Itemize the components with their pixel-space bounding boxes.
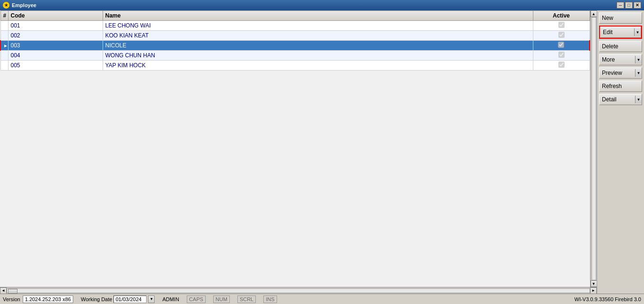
table-row[interactable]: 002KOO KIAN KEAT <box>0 31 590 41</box>
cell-active <box>533 21 590 31</box>
cell-name: KOO KIAN KEAT <box>103 31 533 41</box>
version-item: Version 1.2024.252.203 x86 <box>3 295 73 303</box>
scroll-track-vertical[interactable] <box>592 17 596 280</box>
cell-pointer <box>0 51 8 61</box>
cell-name: LEE CHONG WAI <box>103 21 533 31</box>
cell-pointer <box>0 31 8 41</box>
refresh-button[interactable]: Refresh <box>599 80 642 92</box>
cell-name: NICOLE <box>103 41 533 51</box>
ins-label: INS <box>263 295 277 303</box>
app-icon: ★ <box>3 2 9 9</box>
more-dropdown-arrow[interactable]: ▼ <box>635 56 642 63</box>
scroll-up-arrow[interactable]: ▲ <box>591 10 597 17</box>
user-label: ADMIN <box>162 296 179 302</box>
cell-pointer: ► <box>0 41 8 51</box>
cell-active <box>533 61 590 71</box>
cell-code: 001 <box>8 21 103 31</box>
horizontal-scrollbar[interactable]: ◄ ► <box>0 287 597 294</box>
table-row[interactable]: ►003NICOLE <box>0 41 590 51</box>
table-row[interactable]: 004WONG CHUN HAN <box>0 51 590 61</box>
num-label: NUM <box>213 295 230 303</box>
preview-button[interactable]: Preview ▼ <box>599 67 642 79</box>
main-window: # Code Name Active 001LEE CHONG WAI002KO… <box>0 10 644 294</box>
table-container: # Code Name Active 001LEE CHONG WAI002KO… <box>0 10 597 294</box>
status-bar: Version 1.2024.252.203 x86 Working Date … <box>0 294 644 304</box>
scrl-indicator: SCRL <box>237 295 256 303</box>
working-date-item: Working Date ▼ <box>81 295 155 303</box>
version-value: 1.2024.252.203 x86 <box>23 295 73 303</box>
action-panel: New Edit ▼ Delete More ▼ Preview ▼ Refr <box>597 10 644 294</box>
title-bar: ★ Employee ─ □ ✕ <box>0 0 644 10</box>
caps-label: CAPS <box>187 295 206 303</box>
num-indicator: NUM <box>213 295 230 303</box>
caps-indicator: CAPS <box>187 295 206 303</box>
version-label: Version <box>3 296 20 302</box>
table-row[interactable]: 005YAP KIM HOCK <box>0 61 590 71</box>
close-button[interactable]: ✕ <box>634 2 641 9</box>
version-info-label: WI-V3.0.9.33560 Firebird 3.0 <box>574 296 641 302</box>
employee-table: # Code Name Active 001LEE CHONG WAI002KO… <box>0 10 590 71</box>
maximize-button[interactable]: □ <box>625 2 633 9</box>
scroll-right-arrow[interactable]: ► <box>590 287 597 294</box>
active-checkbox[interactable] <box>558 52 565 58</box>
scroll-left-arrow[interactable]: ◄ <box>0 287 7 294</box>
cell-code: 002 <box>8 31 103 41</box>
cell-pointer <box>0 61 8 71</box>
content-area: # Code Name Active 001LEE CHONG WAI002KO… <box>0 10 644 294</box>
window-controls: ─ □ ✕ <box>617 2 641 9</box>
detail-button[interactable]: Detail ▼ <box>599 94 642 105</box>
cell-pointer <box>0 21 8 31</box>
working-date-input[interactable] <box>113 295 147 303</box>
scrl-label: SCRL <box>237 295 256 303</box>
working-date-label: Working Date <box>81 296 112 302</box>
cell-name: YAP KIM HOCK <box>103 61 533 71</box>
table-body: 001LEE CHONG WAI002KOO KIAN KEAT►003NICO… <box>0 21 590 71</box>
active-checkbox[interactable] <box>558 62 565 68</box>
col-header-code: Code <box>8 11 103 21</box>
table-row[interactable]: 001LEE CHONG WAI <box>0 21 590 31</box>
new-button[interactable]: New <box>599 12 642 24</box>
edit-dropdown-arrow[interactable]: ▼ <box>634 28 641 36</box>
cell-code: 005 <box>8 61 103 71</box>
delete-button[interactable]: Delete <box>599 41 642 52</box>
scroll-thumb-horizontal[interactable] <box>8 289 17 294</box>
date-dropdown-button[interactable]: ▼ <box>148 295 155 303</box>
more-button[interactable]: More ▼ <box>599 54 642 65</box>
table-header-row: # Code Name Active <box>0 11 590 21</box>
active-checkbox[interactable] <box>558 22 565 28</box>
preview-dropdown-arrow[interactable]: ▼ <box>635 69 642 77</box>
cell-code: 003 <box>8 41 103 51</box>
col-header-name: Name <box>103 11 533 21</box>
col-header-hash: # <box>0 11 8 21</box>
edit-button[interactable]: Edit ▼ <box>600 27 641 38</box>
scroll-down-arrow[interactable]: ▼ <box>591 280 597 287</box>
active-checkbox[interactable] <box>558 32 565 38</box>
window-title: Employee <box>12 2 617 8</box>
scroll-track-horizontal[interactable] <box>7 288 590 293</box>
minimize-button[interactable]: ─ <box>617 2 624 9</box>
version-info-item: WI-V3.0.9.33560 Firebird 3.0 <box>574 296 641 302</box>
cell-active <box>533 41 590 51</box>
cell-active <box>533 31 590 41</box>
edit-button-wrapper: Edit ▼ <box>599 26 642 39</box>
col-header-active: Active <box>533 11 590 21</box>
cell-name: WONG CHUN HAN <box>103 51 533 61</box>
vertical-scrollbar[interactable]: ▲ ▼ <box>590 10 597 287</box>
user-item: ADMIN <box>162 296 179 302</box>
detail-dropdown-arrow[interactable]: ▼ <box>635 96 642 103</box>
cell-active <box>533 51 590 61</box>
cell-code: 004 <box>8 51 103 61</box>
ins-indicator: INS <box>263 295 277 303</box>
active-checkbox[interactable] <box>558 42 564 48</box>
table-scroll: # Code Name Active 001LEE CHONG WAI002KO… <box>0 10 597 294</box>
